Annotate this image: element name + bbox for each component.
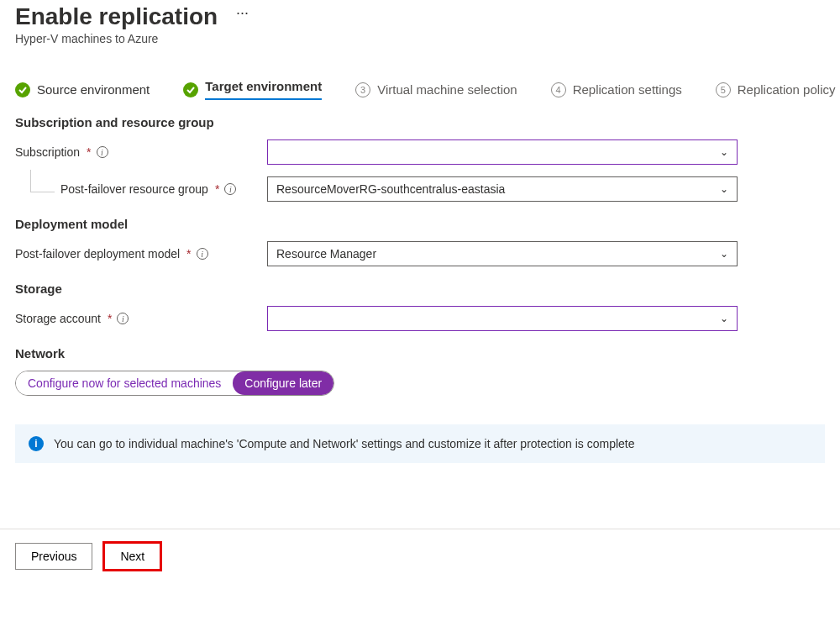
- previous-button[interactable]: Previous: [15, 543, 92, 570]
- info-icon[interactable]: i: [197, 248, 208, 260]
- wizard-footer: Previous Next: [0, 529, 840, 583]
- label-text: Storage account: [15, 312, 101, 325]
- required-asterisk: *: [108, 312, 112, 325]
- section-heading-deployment: Deployment model: [15, 217, 825, 231]
- required-asterisk: *: [87, 145, 91, 159]
- step-label: Source environment: [37, 82, 150, 97]
- label-text: Post-failover deployment model: [15, 247, 180, 261]
- label-text: Subscription: [15, 145, 80, 159]
- info-icon[interactable]: i: [97, 146, 108, 158]
- storage-account-dropdown[interactable]: ⌄: [267, 306, 738, 331]
- info-icon: i: [29, 436, 44, 451]
- step-label: Target environment: [205, 79, 322, 100]
- step-replication-settings[interactable]: 4 Replication settings: [551, 82, 682, 97]
- check-icon: [183, 82, 198, 97]
- postfailover-rg-dropdown[interactable]: ResourceMoverRG-southcentralus-eastasia …: [267, 176, 738, 202]
- chevron-down-icon: ⌄: [720, 183, 728, 195]
- page-subtitle: Hyper-V machines to Azure: [15, 32, 825, 45]
- required-asterisk: *: [215, 182, 219, 196]
- step-label: Replication policy: [738, 82, 836, 97]
- info-icon[interactable]: i: [117, 313, 129, 324]
- postfailover-rg-label: Post-failover resource group * i: [15, 182, 267, 196]
- toggle-configure-now[interactable]: Configure now for selected machines: [16, 371, 233, 395]
- required-asterisk: *: [186, 247, 191, 261]
- storage-account-label: Storage account * i: [15, 312, 267, 325]
- check-icon: [15, 82, 30, 97]
- section-heading-subscription: Subscription and resource group: [15, 115, 825, 129]
- chevron-down-icon: ⌄: [720, 313, 728, 324]
- toggle-configure-later[interactable]: Configure later: [233, 371, 333, 395]
- step-source-environment[interactable]: Source environment: [15, 82, 150, 97]
- next-button[interactable]: Next: [104, 543, 160, 570]
- step-target-environment[interactable]: Target environment: [183, 79, 322, 100]
- dropdown-value: Resource Manager: [276, 247, 376, 261]
- info-icon[interactable]: i: [224, 183, 236, 195]
- section-heading-network: Network: [15, 346, 825, 360]
- dropdown-value: ResourceMoverRG-southcentralus-eastasia: [276, 182, 505, 196]
- toggle-label: Configure later: [244, 376, 322, 390]
- step-replication-policy[interactable]: 5 Replication policy: [716, 82, 836, 97]
- network-configure-toggle[interactable]: Configure now for selected machines Conf…: [15, 371, 334, 396]
- step-number-icon: 3: [355, 82, 370, 97]
- step-label: Virtual machine selection: [377, 82, 517, 97]
- chevron-down-icon: ⌄: [720, 248, 728, 260]
- chevron-down-icon: ⌄: [720, 146, 728, 158]
- toggle-label: Configure now for selected machines: [28, 376, 221, 390]
- step-label: Replication settings: [573, 82, 682, 97]
- wizard-steps: Source environment Target environment 3 …: [15, 79, 825, 100]
- more-options-button[interactable]: ···: [236, 4, 249, 22]
- deployment-model-label: Post-failover deployment model * i: [15, 247, 267, 261]
- page-title: Enable replication: [15, 3, 218, 30]
- info-banner: i You can go to individual machine's 'Co…: [15, 424, 825, 463]
- info-banner-text: You can go to individual machine's 'Comp…: [54, 437, 635, 450]
- step-number-icon: 5: [716, 82, 731, 97]
- step-number-icon: 4: [551, 82, 566, 97]
- step-vm-selection[interactable]: 3 Virtual machine selection: [355, 82, 517, 97]
- subscription-dropdown[interactable]: ⌄: [267, 139, 738, 165]
- section-heading-storage: Storage: [15, 282, 825, 296]
- label-text: Post-failover resource group: [60, 182, 208, 196]
- subscription-label: Subscription * i: [15, 145, 267, 159]
- deployment-model-dropdown[interactable]: Resource Manager ⌄: [267, 241, 738, 266]
